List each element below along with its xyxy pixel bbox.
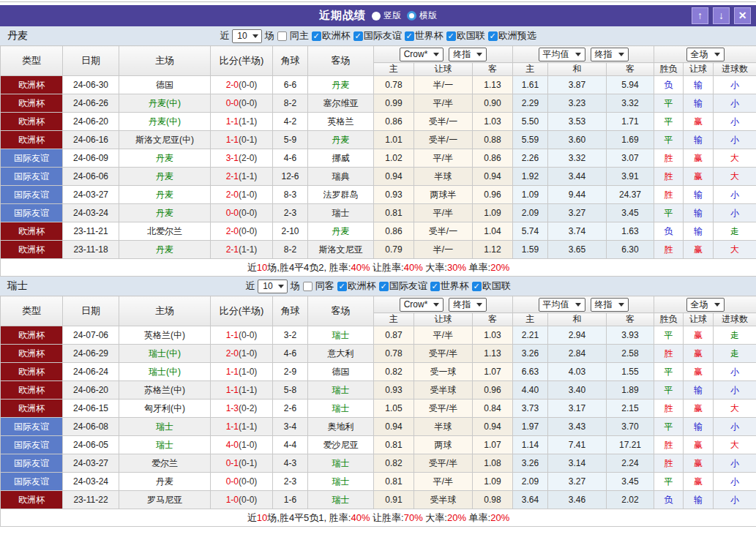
league-filter-世界杯[interactable]: ✓世界杯 bbox=[405, 29, 444, 42]
checkbox-icon: ✓ bbox=[488, 31, 498, 41]
odds-away-cell: 1.13 bbox=[473, 76, 513, 94]
radio-unselected-icon bbox=[372, 12, 381, 20]
move-up-button[interactable]: ↑ bbox=[692, 7, 708, 24]
full-time-score: 0-0 bbox=[226, 208, 239, 218]
league-filter-欧国联[interactable]: ✓欧国联 bbox=[446, 29, 485, 42]
date-cell: 23-11-22 bbox=[63, 491, 119, 509]
league-filter-欧洲预选[interactable]: ✓欧洲预选 bbox=[488, 29, 536, 42]
avg-home-cell: 1.09 bbox=[513, 186, 548, 204]
league-filter-国际友谊[interactable]: ✓国际友谊 bbox=[379, 280, 427, 293]
same-side-checkbox[interactable] bbox=[277, 31, 287, 41]
col-header-corner: 角球 bbox=[273, 46, 308, 76]
match-row: 欧洲杯24-06-15匈牙利(中)1-3(0-2)2-6瑞士1.05受平/半0.… bbox=[1, 400, 756, 418]
league-filter-世界杯[interactable]: ✓世界杯 bbox=[430, 280, 469, 293]
avg-home-cell: 6.63 bbox=[513, 363, 548, 381]
full-time-score: 1-1 bbox=[226, 330, 239, 340]
full-time-score: 2-1 bbox=[226, 244, 239, 255]
layout-option-vertical[interactable]: 竖版 bbox=[372, 10, 401, 22]
final-odds-select[interactable]: 终指 bbox=[449, 48, 487, 61]
average-final-select[interactable]: 终指 bbox=[591, 298, 629, 312]
date-cell: 24-06-30 bbox=[63, 76, 119, 94]
avg-away-cell: 3.45 bbox=[607, 204, 654, 222]
move-down-button[interactable]: ↓ bbox=[713, 7, 730, 24]
average-select[interactable]: 平均值 bbox=[539, 48, 585, 61]
handicap-cell: 受平/半 bbox=[414, 454, 473, 473]
avg-away-cell: 6.30 bbox=[607, 241, 654, 259]
sub-header-result: 胜负 bbox=[654, 313, 684, 326]
date-cell: 24-03-24 bbox=[63, 204, 119, 222]
scope-select[interactable]: 全场 bbox=[686, 48, 725, 61]
result-cell: 平 bbox=[654, 363, 684, 381]
score-cell: 1-1(1-1) bbox=[211, 381, 273, 400]
odds-home-cell: 0.86 bbox=[374, 222, 414, 241]
date-cell: 24-06-09 bbox=[63, 149, 119, 168]
average-select[interactable]: 平均值 bbox=[539, 298, 585, 312]
handicap-cell: 受平/半 bbox=[414, 400, 473, 418]
handicap-result-cell: 输 bbox=[684, 76, 714, 94]
sub-header-home-odds: 主 bbox=[374, 63, 414, 76]
league-filter-欧国联[interactable]: ✓欧国联 bbox=[472, 280, 511, 293]
avg-draw-cell: 2.84 bbox=[548, 345, 607, 363]
summary-segment: 10 bbox=[257, 262, 267, 273]
handicap-result-cell: 赢 bbox=[684, 363, 714, 381]
match-row: 欧洲杯24-06-26丹麦(中)0-0(0-0)8-2塞尔维亚0.99平/半0.… bbox=[1, 94, 756, 113]
bookmaker-select[interactable]: Crow* bbox=[400, 298, 444, 312]
result-cell: 负 bbox=[654, 76, 684, 94]
radio-selected-icon bbox=[407, 11, 416, 20]
odds-home-cell: 0.78 bbox=[374, 345, 414, 363]
col-header-type: 类型 bbox=[1, 296, 63, 326]
league-cell: 国际友谊 bbox=[1, 204, 63, 222]
match-count-select[interactable]: 10 bbox=[232, 29, 261, 43]
league-filter-欧洲杯[interactable]: ✓欧洲杯 bbox=[337, 280, 376, 293]
result-cell: 胜 bbox=[654, 345, 684, 363]
close-button[interactable]: ✕ bbox=[734, 7, 751, 24]
col-header-score: 比分(半场) bbox=[211, 46, 273, 76]
home-team-cell: 丹麦 bbox=[119, 473, 211, 491]
final-odds-select[interactable]: 终指 bbox=[449, 298, 487, 312]
score-cell: 2-0(0-0) bbox=[211, 76, 273, 94]
full-time-score: 3-1 bbox=[226, 153, 239, 163]
result-cell: 胜 bbox=[654, 168, 684, 186]
date-cell: 24-06-16 bbox=[63, 131, 119, 149]
avg-draw-cell: 9.44 bbox=[548, 186, 607, 204]
half-time-score: (1-0) bbox=[239, 367, 257, 377]
summary-segment: 让胜率: bbox=[370, 512, 403, 523]
scope-select[interactable]: 全场 bbox=[686, 298, 725, 312]
match-count-select[interactable]: 10 bbox=[258, 280, 287, 293]
odds-home-cell: 0.99 bbox=[374, 94, 414, 113]
layout-option-horizontal[interactable]: 横版 bbox=[407, 10, 437, 22]
league-filter-国际友谊[interactable]: ✓国际友谊 bbox=[353, 29, 402, 42]
col-header-home: 主场 bbox=[119, 296, 211, 326]
score-cell: 0-0(0-0) bbox=[211, 473, 273, 491]
summary-segment: 近 bbox=[247, 512, 257, 523]
summary-segment: 20% bbox=[447, 512, 466, 523]
average-final-select[interactable]: 终指 bbox=[591, 48, 629, 61]
col-header-score: 比分(半场) bbox=[211, 296, 273, 326]
handicap-cell: 受半/一 bbox=[414, 222, 473, 241]
avg-draw-cell: 3.17 bbox=[548, 400, 607, 418]
corners-cell: 4-6 bbox=[273, 149, 308, 168]
goals-result-cell: 走 bbox=[714, 326, 756, 345]
chevron-down-icon bbox=[476, 303, 482, 307]
odds-away-cell: 0.98 bbox=[473, 491, 513, 509]
bookmaker-odds-group: Crow* 终指 bbox=[374, 296, 513, 313]
bookmaker-select[interactable]: Crow* bbox=[400, 48, 444, 61]
league-cell: 国际友谊 bbox=[1, 149, 63, 168]
full-time-score: 1-1 bbox=[226, 385, 239, 395]
same-side-checkbox[interactable] bbox=[303, 282, 312, 291]
match-row: 国际友谊24-06-08瑞士1-1(1-1)3-4奥地利0.94半球0.941.… bbox=[1, 418, 756, 436]
avg-draw-cell: 3.27 bbox=[548, 204, 607, 222]
date-cell: 24-06-06 bbox=[63, 168, 119, 186]
half-time-score: (0-0) bbox=[239, 80, 257, 90]
half-time-score: (0-0) bbox=[239, 330, 257, 340]
goals-result-cell: 小 bbox=[714, 113, 756, 131]
home-team-cell: 德国 bbox=[119, 76, 211, 94]
odds-home-cell: 1.01 bbox=[374, 131, 414, 149]
handicap-result-cell: 赢 bbox=[684, 113, 714, 131]
odds-away-cell: 1.04 bbox=[473, 222, 513, 241]
score-cell: 3-1(2-0) bbox=[211, 149, 273, 168]
league-filter-欧洲杯[interactable]: ✓欧洲杯 bbox=[312, 29, 351, 42]
sub-header-result: 胜负 bbox=[654, 63, 684, 76]
result-cell: 胜 bbox=[654, 149, 684, 168]
full-time-score: 1-3 bbox=[226, 403, 239, 413]
